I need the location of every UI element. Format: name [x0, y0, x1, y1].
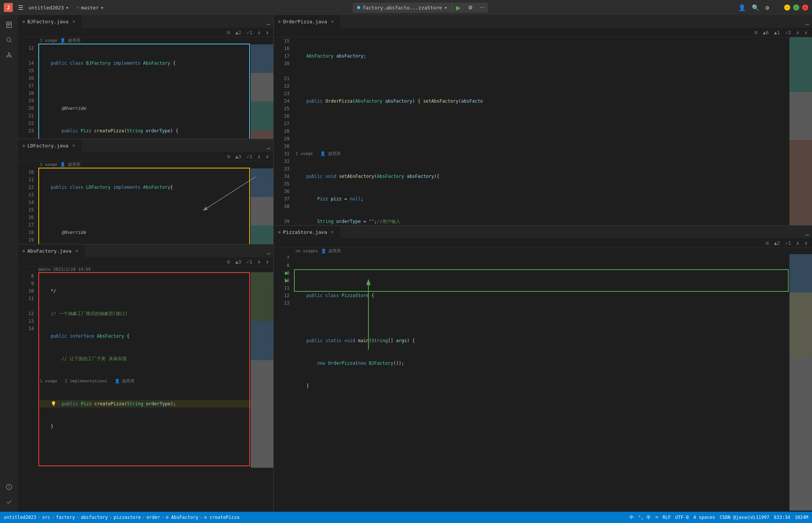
branch-selector[interactable]: ⑂ master ▾: [76, 5, 104, 11]
bjfactory-tab-more[interactable]: ⋯: [264, 21, 273, 28]
breadcrumb-order[interactable]: order: [147, 515, 160, 520]
orderpizza-tab-more[interactable]: ⋯: [802, 21, 812, 28]
bjfactory-code[interactable]: 12 14 15 16 17 18 19 20 21 22: [18, 44, 273, 139]
status-encoding[interactable]: UTF-8: [675, 515, 689, 520]
breadcrumb-pizzastore[interactable]: pizzastore: [114, 515, 141, 520]
activity-git2[interactable]: [2, 495, 16, 509]
activity-git[interactable]: [2, 48, 16, 62]
status-keyboard[interactable]: ⌨: [655, 515, 658, 520]
pizzastore-tab-close[interactable]: ×: [329, 229, 335, 235]
pizzastore-toolbar-expand[interactable]: ∧: [795, 240, 801, 247]
breadcrumb-absfactory-class[interactable]: ⊙ AbsFactory: [166, 515, 198, 520]
bjfactory-error-count[interactable]: ▲2: [234, 29, 243, 36]
pizzastore-code[interactable]: 7 8 9 10 11 12 13 public class PizzaS: [274, 254, 812, 511]
ldfactory-code[interactable]: 10 11 12 13 14 15 16 17 18 19 20: [18, 168, 273, 244]
user-icon[interactable]: 👤: [737, 3, 747, 13]
status-spaces[interactable]: 4 spaces: [693, 515, 715, 520]
ldfactory-toolbar-collapse[interactable]: ∨: [264, 153, 270, 160]
absfactory-tab-close[interactable]: ×: [74, 248, 80, 254]
run-arrow-8[interactable]: ▶: [285, 269, 289, 276]
bjfactory-tab[interactable]: ⊙ BJFactory.java ×: [18, 15, 82, 28]
maximize-button[interactable]: □: [793, 5, 799, 11]
project-name[interactable]: untitled2023 ▾: [29, 5, 69, 11]
activity-debug[interactable]: [2, 480, 16, 494]
ldfactory-content[interactable]: 1 usage 👤 赵亮亮 10 11 12 13 14: [18, 161, 273, 244]
orderpizza-toolbar-expand[interactable]: ∧: [795, 29, 801, 36]
orderpizza-code[interactable]: 15 16 17 20 21 22 23 24 25 26 27: [274, 37, 812, 226]
bjfactory-toolbar-copy[interactable]: ⊡: [226, 29, 232, 36]
ldfactory-tab-bar: ⊙ LDFactory.java × ⋯: [18, 139, 273, 152]
minimize-button[interactable]: −: [784, 5, 790, 11]
orderpizza-tab-close[interactable]: ×: [329, 18, 335, 24]
settings-icon[interactable]: ⚙: [764, 3, 771, 13]
title-right: 👤 🔍 ⚙ − □ ×: [737, 3, 808, 13]
breadcrumb-factory[interactable]: factory: [56, 515, 75, 520]
absfactory-toolbar-copy[interactable]: ⊡: [226, 258, 232, 265]
orderpizza-code-lines[interactable]: AbsFactory absFactory; public OrderPizza…: [292, 37, 789, 226]
ldfactory-minimap[interactable]: [251, 168, 273, 244]
orderpizza-content[interactable]: 15 16 17 20 21 22 23 24 25 26 27: [274, 37, 812, 226]
absfactory-error-count[interactable]: ▲3: [234, 258, 243, 265]
pizzastore-content[interactable]: no usages 👤 赵亮亮 ▶ ▶ 7 8 9: [274, 248, 812, 512]
absfactory-toolbar-expand[interactable]: ∧: [256, 258, 262, 265]
run-config-more[interactable]: ⋯: [477, 3, 488, 12]
orderpizza-warn-count2[interactable]: ▲1: [773, 29, 782, 36]
bjfactory-content[interactable]: 1 usage 👤 赵亮亮 12 14 15 16: [18, 37, 273, 139]
bjfactory-code-lines[interactable]: public class BJFactory implements AbsFac…: [37, 44, 251, 139]
activity-files[interactable]: [2, 18, 16, 32]
breadcrumb-src[interactable]: src: [42, 515, 50, 520]
absfactory-toolbar-collapse[interactable]: ∨: [264, 258, 270, 265]
ldfactory-tab-more[interactable]: ⋯: [264, 145, 273, 152]
orderpizza-minimap[interactable]: [789, 37, 812, 226]
absfactory-tab-more[interactable]: ⋯: [264, 250, 273, 257]
run-arrow-10[interactable]: ▶: [285, 277, 289, 284]
run-config-gear[interactable]: ⚙: [464, 3, 477, 12]
ldfactory-error-count[interactable]: ▲3: [234, 153, 243, 160]
menu-icon[interactable]: ☰: [17, 3, 25, 13]
search-icon[interactable]: 🔍: [750, 3, 761, 13]
pizzastore-tab-more[interactable]: ⋯: [802, 231, 812, 238]
activity-search[interactable]: [2, 33, 16, 47]
bjfactory-warn-count[interactable]: ✓1: [245, 29, 254, 36]
bjfactory-tab-close[interactable]: ×: [71, 18, 77, 24]
absfactory-warn-count[interactable]: ✓1: [245, 258, 254, 265]
pizzastore-toolbar-copy[interactable]: ⊡: [764, 240, 770, 247]
pizzastore-warn-count[interactable]: ✓1: [784, 240, 793, 247]
orderpizza-tab[interactable]: ⊙ OrderPizza.java ×: [274, 15, 340, 28]
absfactory-code-lines[interactable]: */ // 一个抽象工厂模式的抽象层(接口) public interface …: [37, 272, 251, 468]
status-csdn[interactable]: CSDN @java小白11997: [720, 514, 769, 521]
status-encoding-cn[interactable]: 中: [629, 514, 634, 521]
run-button[interactable]: ▶: [452, 3, 464, 13]
orderpizza-error-count[interactable]: ▲6: [761, 29, 770, 36]
pizzastore-error-count[interactable]: ▲2: [773, 240, 782, 247]
ldfactory-tab[interactable]: ⊙ LDFactory.java ×: [18, 139, 82, 152]
breadcrumb-createpizza[interactable]: ⊙ createPizza: [204, 515, 239, 520]
absfactory-content[interactable]: @date 2023/2/28 14:59 8 9 10 11 12: [18, 267, 273, 512]
run-config-name[interactable]: factory.absfacto...zzaStore ▾: [353, 3, 452, 12]
orderpizza-toolbar-copy[interactable]: ⊡: [753, 29, 759, 36]
right-panel: ⊙ OrderPizza.java × ⋯ ⊡ ▲6 ▲1 ✓2 ∧ ∨: [274, 15, 812, 512]
title-center: factory.absfacto...zzaStore ▾ ▶ ⚙ ⋯: [108, 3, 733, 13]
ldfactory-warn-count[interactable]: ✓1: [245, 153, 254, 160]
status-encoding-cn2[interactable]: °, 半: [638, 514, 651, 521]
ldfactory-code-lines[interactable]: public class LDFactory implements AbsFac…: [37, 168, 251, 244]
close-button[interactable]: ×: [802, 5, 808, 11]
ldfactory-tab-close[interactable]: ×: [71, 142, 77, 149]
pizzastore-tab[interactable]: ⊙ PizzaStore.java ×: [274, 226, 340, 238]
breadcrumb-project[interactable]: untitled2023: [4, 515, 36, 520]
bjfactory-toolbar-collapse[interactable]: ∨: [264, 29, 270, 36]
pizzastore-toolbar-collapse[interactable]: ∨: [803, 240, 809, 247]
ldfactory-toolbar-expand[interactable]: ∧: [256, 153, 262, 160]
bjfactory-minimap[interactable]: [251, 44, 273, 139]
pizzastore-code-lines[interactable]: public class PizzaStore { public static …: [292, 254, 789, 511]
pizzastore-minimap[interactable]: [789, 254, 812, 511]
absfactory-minimap[interactable]: [251, 272, 273, 468]
breadcrumb-absfactory[interactable]: absfactory: [81, 515, 108, 520]
orderpizza-toolbar-collapse[interactable]: ∨: [803, 29, 809, 36]
bjfactory-toolbar-expand[interactable]: ∧: [256, 29, 262, 36]
absfactory-tab[interactable]: ⊙ AbsFactory.java ×: [18, 244, 85, 257]
ldfactory-toolbar-copy[interactable]: ⊡: [226, 153, 232, 160]
status-line-ending[interactable]: RLF: [663, 515, 671, 520]
orderpizza-warn-count[interactable]: ✓2: [784, 29, 793, 36]
absfactory-code[interactable]: 8 9 10 11 12 13 14 */: [18, 272, 273, 468]
